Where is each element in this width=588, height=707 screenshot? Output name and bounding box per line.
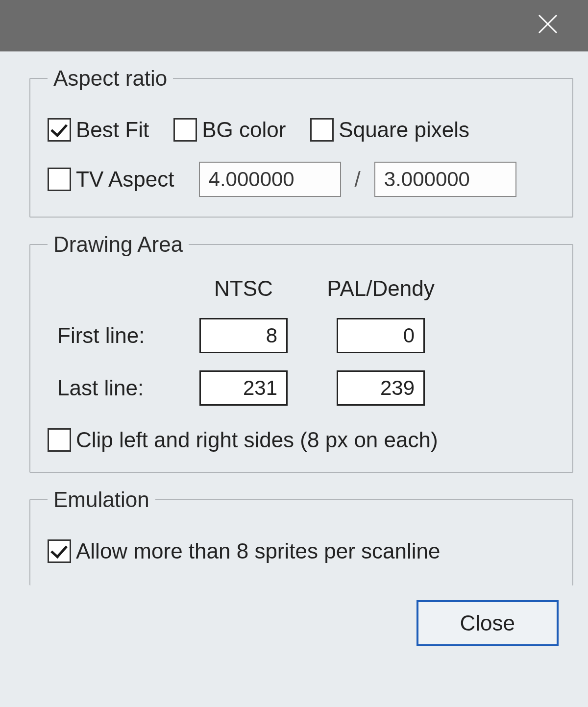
emulation-legend: Emulation <box>48 488 155 512</box>
aspect-ratio-legend: Aspect ratio <box>48 66 173 91</box>
clip-sides-checkbox[interactable] <box>48 428 71 452</box>
emulation-group: Emulation Allow more than 8 sprites per … <box>29 488 573 585</box>
clip-sides-label: Clip left and right sides (8 px on each) <box>76 428 438 452</box>
ratio-numerator-input[interactable] <box>199 162 341 197</box>
first-line-ntsc-input[interactable] <box>199 318 288 353</box>
last-line-ntsc-input[interactable] <box>199 370 288 406</box>
bg-color-checkbox[interactable] <box>173 118 197 142</box>
square-pixels-label: Square pixels <box>339 118 469 142</box>
first-line-pal-input[interactable] <box>337 318 425 353</box>
ratio-separator: / <box>355 167 361 192</box>
best-fit-label: Best Fit <box>76 118 149 142</box>
dialog-content: Aspect ratio Best Fit BG color Square pi… <box>0 51 588 666</box>
tv-aspect-label: TV Aspect <box>76 167 174 192</box>
allow-sprites-label: Allow more than 8 sprites per scanline <box>76 539 440 563</box>
allow-sprites-checkbox[interactable] <box>48 539 71 563</box>
first-line-label: First line: <box>48 323 190 348</box>
tv-aspect-checkbox[interactable] <box>48 168 71 191</box>
drawing-area-group: Drawing Area NTSC PAL/Dendy First line: … <box>29 232 573 473</box>
ntsc-header: NTSC <box>190 276 297 301</box>
pal-header: PAL/Dendy <box>327 276 435 301</box>
last-line-pal-input[interactable] <box>337 370 425 406</box>
aspect-ratio-group: Aspect ratio Best Fit BG color Square pi… <box>29 66 573 218</box>
close-icon[interactable] <box>527 8 568 44</box>
drawing-area-legend: Drawing Area <box>48 232 189 257</box>
close-button[interactable]: Close <box>416 600 559 646</box>
square-pixels-checkbox[interactable] <box>310 118 334 142</box>
last-line-label: Last line: <box>48 376 190 400</box>
bg-color-label: BG color <box>202 118 286 142</box>
ratio-denominator-input[interactable] <box>374 162 516 197</box>
best-fit-checkbox[interactable] <box>48 118 71 142</box>
titlebar <box>0 0 588 51</box>
